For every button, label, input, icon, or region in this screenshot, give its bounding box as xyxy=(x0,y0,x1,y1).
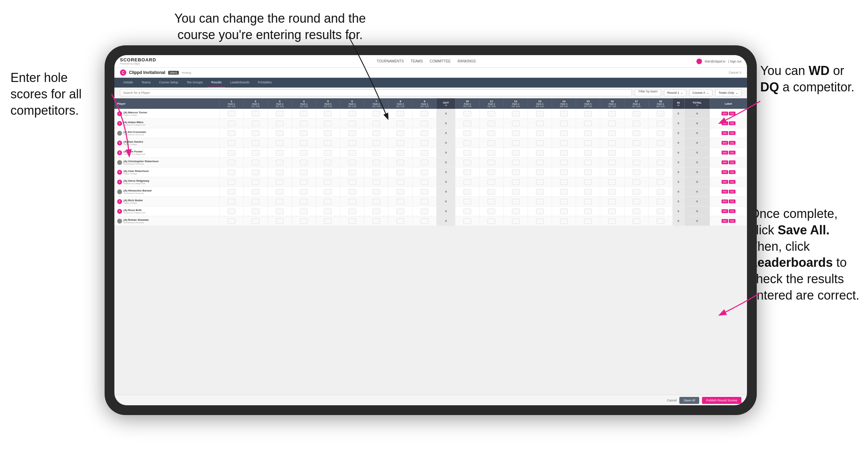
hole-18-score[interactable] xyxy=(648,128,672,138)
hole-15-input[interactable] xyxy=(584,189,592,195)
hole-13-score[interactable] xyxy=(528,187,552,197)
hole-18-input[interactable] xyxy=(657,199,664,204)
hole-14-score[interactable] xyxy=(552,197,576,206)
hole-12-input[interactable] xyxy=(512,189,520,195)
hole-4-input[interactable] xyxy=(300,121,308,126)
hole-6-input[interactable] xyxy=(348,140,356,146)
hole-14-input[interactable] xyxy=(560,121,568,126)
hole-17-input[interactable] xyxy=(633,111,640,116)
hole-4-input[interactable] xyxy=(300,199,308,204)
hole-11-input[interactable] xyxy=(488,130,495,136)
hole-15-score[interactable] xyxy=(576,167,600,177)
hole-2-score[interactable] xyxy=(243,119,267,128)
hole-3-input[interactable] xyxy=(276,189,284,195)
hole-1-score[interactable] xyxy=(219,119,243,128)
hole-4-input[interactable] xyxy=(300,170,308,175)
hole-13-input[interactable] xyxy=(536,150,544,156)
tab-tee-groups[interactable]: Tee Groups xyxy=(183,78,206,88)
hole-15-score[interactable] xyxy=(576,216,600,226)
hole-6-score[interactable] xyxy=(340,158,364,167)
hole-3-input[interactable] xyxy=(276,111,284,116)
hole-8-input[interactable] xyxy=(397,179,404,185)
hole-12-input[interactable] xyxy=(512,218,520,224)
tab-course-setup[interactable]: Course Setup xyxy=(156,78,182,88)
cancel-action-button[interactable]: Cancel xyxy=(667,399,677,402)
hole-1-input[interactable] xyxy=(228,218,235,224)
hole-5-score[interactable] xyxy=(316,158,340,167)
hole-5-score[interactable] xyxy=(316,197,340,206)
hole-11-score[interactable] xyxy=(480,177,504,187)
nav-tournaments[interactable]: TOURNAMENTS xyxy=(377,59,404,63)
hole-6-input[interactable] xyxy=(348,160,356,165)
wd-button[interactable]: WD xyxy=(722,141,729,145)
hole-1-score[interactable] xyxy=(219,187,243,197)
save-all-button[interactable]: Save All xyxy=(679,397,699,404)
hole-5-input[interactable] xyxy=(324,111,332,116)
hole-5-input[interactable] xyxy=(324,150,332,156)
hole-11-score[interactable] xyxy=(480,109,504,119)
hole-17-score[interactable] xyxy=(624,109,648,119)
hole-2-input[interactable] xyxy=(252,170,259,175)
hole-2-score[interactable] xyxy=(243,138,267,148)
hole-2-score[interactable] xyxy=(243,216,267,226)
hole-16-score[interactable] xyxy=(600,148,624,158)
hole-17-input[interactable] xyxy=(633,170,640,175)
hole-5-score[interactable] xyxy=(316,187,340,197)
hole-14-input[interactable] xyxy=(560,218,568,224)
hole-16-score[interactable] xyxy=(600,138,624,148)
hole-7-input[interactable] xyxy=(372,160,380,165)
hole-7-score[interactable] xyxy=(364,128,388,138)
hole-2-input[interactable] xyxy=(252,160,259,165)
hole-9-input[interactable] xyxy=(421,189,428,195)
hole-10-score[interactable] xyxy=(455,206,479,216)
hole-16-input[interactable] xyxy=(608,150,616,156)
hole-11-score[interactable] xyxy=(480,148,504,158)
hole-1-input[interactable] xyxy=(228,170,235,175)
hole-2-input[interactable] xyxy=(252,199,259,204)
hole-13-score[interactable] xyxy=(528,197,552,206)
hole-14-input[interactable] xyxy=(560,160,568,165)
wd-button[interactable]: WD xyxy=(722,199,729,203)
hole-16-input[interactable] xyxy=(608,189,616,195)
tab-details[interactable]: Details xyxy=(120,78,137,88)
hole-4-score[interactable] xyxy=(292,177,316,187)
nav-rankings[interactable]: RANKINGS xyxy=(458,59,476,63)
hole-3-score[interactable] xyxy=(267,109,292,119)
nav-committee[interactable]: COMMITTEE xyxy=(430,59,451,63)
wd-button[interactable]: WD xyxy=(722,180,729,184)
hole-14-input[interactable] xyxy=(560,140,568,146)
hole-1-score[interactable] xyxy=(219,138,243,148)
hole-15-input[interactable] xyxy=(584,160,592,165)
hole-15-score[interactable] xyxy=(576,197,600,206)
hole-15-score[interactable] xyxy=(576,177,600,187)
hole-8-score[interactable] xyxy=(388,187,413,197)
hole-2-score[interactable] xyxy=(243,109,267,119)
hole-18-input[interactable] xyxy=(657,218,664,224)
hole-5-score[interactable] xyxy=(316,177,340,187)
dq-button[interactable]: DQ xyxy=(729,190,735,194)
hole-6-score[interactable] xyxy=(340,187,364,197)
hole-10-score[interactable] xyxy=(455,109,479,119)
hole-4-score[interactable] xyxy=(292,187,316,197)
hole-11-score[interactable] xyxy=(480,167,504,177)
hole-3-score[interactable] xyxy=(267,167,292,177)
hole-16-input[interactable] xyxy=(608,179,616,185)
hole-18-score[interactable] xyxy=(648,167,672,177)
hole-12-score[interactable] xyxy=(504,206,528,216)
hole-18-score[interactable] xyxy=(648,216,672,226)
hole-13-input[interactable] xyxy=(536,170,544,175)
hole-15-input[interactable] xyxy=(584,218,592,224)
hole-18-input[interactable] xyxy=(657,121,664,126)
hole-2-input[interactable] xyxy=(252,111,259,116)
hole-7-score[interactable] xyxy=(364,187,388,197)
hole-4-score[interactable] xyxy=(292,109,316,119)
dq-button[interactable]: DQ xyxy=(729,170,735,174)
hole-5-score[interactable] xyxy=(316,138,340,148)
hole-18-input[interactable] xyxy=(657,179,664,185)
hole-14-score[interactable] xyxy=(552,216,576,226)
hole-8-input[interactable] xyxy=(397,199,404,204)
hole-13-input[interactable] xyxy=(536,111,544,116)
hole-16-score[interactable] xyxy=(600,216,624,226)
hole-2-score[interactable] xyxy=(243,206,267,216)
hole-10-input[interactable] xyxy=(463,130,471,136)
